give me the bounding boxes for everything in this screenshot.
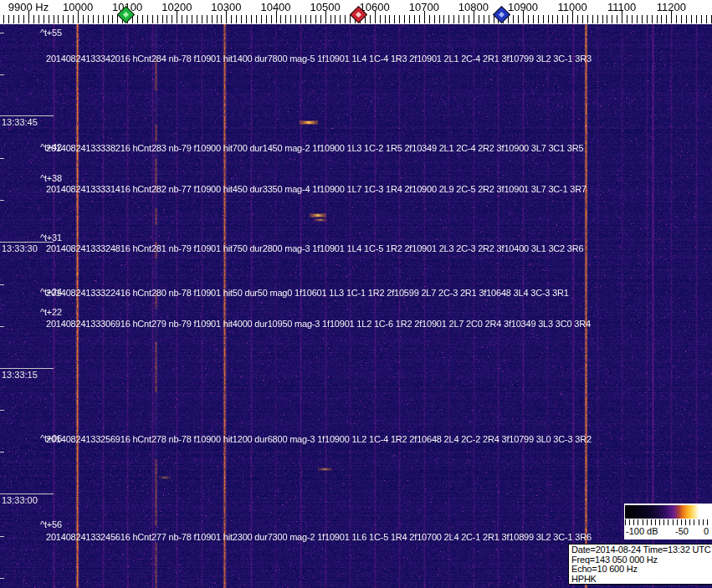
color-scale-ticks [625, 519, 711, 525]
freq-axis-label: 11000 [558, 1, 587, 13]
scale-max-label: 0 [704, 526, 709, 536]
freq-axis-label: 10700 [409, 1, 439, 13]
scale-min-label: -100 dB [626, 526, 658, 536]
freq-axis-label: 10000 [63, 1, 93, 13]
meteor-echo-monitor-window: 9900 Hz100001010010200103001040010500106… [0, 0, 712, 588]
echo-frequency-line: Echo=10 600 Hz [571, 565, 712, 575]
station-code-line: HPHK [571, 575, 712, 585]
freq-axis-label: 10900 [508, 1, 538, 13]
date-time-line: Date=2014-08-24 Time=13:32 UTC [571, 545, 712, 555]
spectrogram-waterfall-canvas [0, 24, 712, 588]
color-gradient-bar [625, 505, 711, 519]
freq-axis-label: 10400 [260, 1, 290, 13]
freq-axis-label: 11100 [607, 1, 636, 13]
db-color-scale: -100 dB -50 0 [624, 504, 712, 539]
freq-axis-label: 10500 [310, 1, 341, 13]
freq-axis-label: 9900 Hz [8, 1, 49, 13]
frequency-ruler: 9900 Hz100001010010200103001040010500106… [0, 0, 712, 24]
freq-axis-label: 10800 [458, 1, 489, 13]
status-info-box: Date=2014-08-24 Time=13:32 UTC Freq=143 … [568, 544, 712, 585]
freq-axis-label: 11200 [657, 1, 686, 13]
scale-mid-label: -50 [675, 526, 689, 536]
freq-axis-label: 10200 [161, 1, 192, 13]
freq-axis-label: 10300 [211, 1, 241, 13]
